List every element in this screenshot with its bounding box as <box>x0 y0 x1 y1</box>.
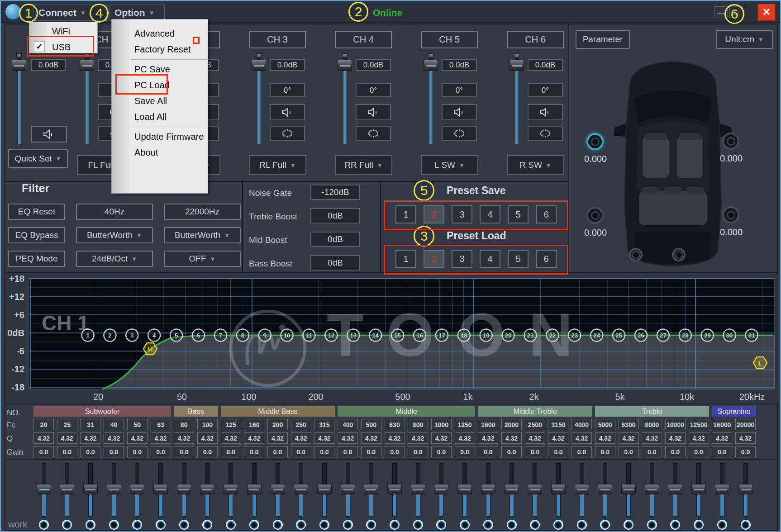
gain-cell-23[interactable]: 0.0 <box>548 446 568 457</box>
band-slider-handle-12[interactable] <box>294 484 308 494</box>
channel-fader-handle-1[interactable] <box>80 60 94 71</box>
parameter-button[interactable]: Parameter <box>576 30 630 49</box>
band-slider-handle-23[interactable] <box>551 484 566 494</box>
channel-phase-value-3[interactable]: 0° <box>270 83 305 97</box>
q-cell-14[interactable]: 4.32 <box>338 432 358 444</box>
q-cell-8[interactable]: 4.32 <box>197 432 218 444</box>
channel-link-button-6[interactable] <box>528 126 563 141</box>
proc-value-3[interactable]: 0dB <box>310 255 360 271</box>
gain-cell-10[interactable]: 0.0 <box>244 446 264 457</box>
gain-cell-12[interactable]: 0.0 <box>291 446 311 457</box>
gain-cell-6[interactable]: 0.0 <box>151 446 171 457</box>
speaker-icon-sub-right[interactable] <box>672 248 686 261</box>
hp-filter-field-1[interactable]: ButterWorth▼ <box>76 227 153 243</box>
fc-cell-1[interactable]: 20 <box>33 419 54 430</box>
channel-gain-value-4[interactable]: 0.0dB <box>356 59 391 71</box>
fc-cell-15[interactable]: 500 <box>361 419 381 430</box>
fc-cell-23[interactable]: 3150 <box>548 419 568 430</box>
channel-header-5[interactable]: CH 5 <box>421 31 478 48</box>
q-cell-9[interactable]: 4.32 <box>221 432 241 444</box>
option-menu-item-load-all[interactable]: Load All <box>112 109 208 125</box>
fc-cell-19[interactable]: 1250 <box>455 419 475 430</box>
gain-cell-31[interactable]: 0.0 <box>735 446 756 457</box>
band-slider-handle-1[interactable] <box>37 484 51 494</box>
option-menu-item-update-firmware[interactable]: Update Firmware <box>112 129 208 145</box>
channel-link-button-3[interactable] <box>270 126 305 141</box>
speaker-icon-front_right[interactable] <box>722 133 739 150</box>
band-slider-handle-20[interactable] <box>481 484 495 494</box>
channel-output-dropdown-4[interactable]: RR Full▼ <box>335 155 392 175</box>
q-cell-18[interactable]: 4.32 <box>431 432 452 444</box>
fc-cell-7[interactable]: 80 <box>174 419 194 430</box>
channel-fader-handle-4[interactable] <box>338 60 352 71</box>
gain-cell-1[interactable]: 0.0 <box>33 446 54 457</box>
fc-cell-5[interactable]: 50 <box>127 419 148 430</box>
fc-cell-22[interactable]: 2500 <box>525 419 545 430</box>
proc-value-1[interactable]: 0dB <box>310 208 360 223</box>
q-cell-26[interactable]: 4.32 <box>619 432 639 444</box>
channel-link-button-4[interactable] <box>356 126 391 141</box>
lp-filter-field-2[interactable]: OFF▼ <box>164 251 241 267</box>
filter-button-2[interactable]: PEQ Mode <box>8 251 65 267</box>
gain-cell-24[interactable]: 0.0 <box>571 446 592 457</box>
proc-value-2[interactable]: 0dB <box>310 232 360 247</box>
fc-cell-24[interactable]: 4000 <box>571 419 592 430</box>
fc-cell-26[interactable]: 6300 <box>619 419 639 430</box>
gain-cell-30[interactable]: 0.0 <box>712 446 732 457</box>
q-cell-15[interactable]: 4.32 <box>361 432 381 444</box>
band-slider-handle-6[interactable] <box>153 484 168 494</box>
gain-cell-11[interactable]: 0.0 <box>267 446 288 457</box>
band-slider-handle-27[interactable] <box>645 484 659 494</box>
q-cell-28[interactable]: 4.32 <box>665 432 686 444</box>
band-slider-handle-10[interactable] <box>247 484 262 494</box>
fc-cell-14[interactable]: 400 <box>338 419 358 430</box>
channel-link-button-5[interactable] <box>442 126 477 141</box>
master-mute-button[interactable] <box>31 126 67 142</box>
filter-button-1[interactable]: EQ Bypass <box>8 227 65 243</box>
channel-header-6[interactable]: CH 6 <box>507 31 564 48</box>
speaker-icon-front_left[interactable] <box>586 133 604 150</box>
band-slider-handle-29[interactable] <box>691 484 706 494</box>
band-slider-handle-28[interactable] <box>668 484 682 494</box>
fc-cell-28[interactable]: 10000 <box>665 419 686 430</box>
gain-cell-15[interactable]: 0.0 <box>361 446 381 457</box>
q-cell-11[interactable]: 4.32 <box>267 432 288 444</box>
q-cell-13[interactable]: 4.32 <box>314 432 334 444</box>
channel-mute-button-5[interactable] <box>442 104 477 120</box>
close-button[interactable]: ✕ <box>757 4 776 21</box>
channel-header-3[interactable]: CH 3 <box>249 31 306 48</box>
gain-cell-18[interactable]: 0.0 <box>431 446 452 457</box>
band-slider-handle-25[interactable] <box>598 484 612 494</box>
unit-dropdown[interactable]: Unit:cm ▼ <box>716 30 773 49</box>
gain-cell-5[interactable]: 0.0 <box>127 446 148 457</box>
q-cell-29[interactable]: 4.32 <box>689 432 709 444</box>
speaker-icon-rear_left[interactable] <box>586 207 604 224</box>
band-slider-handle-18[interactable] <box>434 484 448 494</box>
band-slider-handle-11[interactable] <box>271 484 285 494</box>
fc-cell-9[interactable]: 125 <box>221 419 241 430</box>
eq-graph[interactable]: CH 1TOON+18+12+60dB-6-12-182050100200500… <box>1 272 781 404</box>
option-menu-item-about[interactable]: About <box>112 145 208 161</box>
band-slider-handle-26[interactable] <box>621 484 636 494</box>
channel-mute-button-3[interactable] <box>270 104 305 120</box>
band-slider-handle-24[interactable] <box>575 484 589 494</box>
q-cell-4[interactable]: 4.32 <box>104 432 124 444</box>
channel-header-4[interactable]: CH 4 <box>335 31 392 48</box>
fc-cell-31[interactable]: 20000 <box>735 419 756 430</box>
fc-cell-6[interactable]: 63 <box>151 419 171 430</box>
fc-cell-4[interactable]: 40 <box>104 419 124 430</box>
channel-fader-handle-3[interactable] <box>252 60 266 71</box>
q-cell-2[interactable]: 4.32 <box>57 432 77 444</box>
q-cell-24[interactable]: 4.32 <box>571 432 592 444</box>
channel-gain-value-6[interactable]: 0.0dB <box>528 59 563 71</box>
band-slider-handle-30[interactable] <box>715 484 729 494</box>
gain-cell-4[interactable]: 0.0 <box>104 446 124 457</box>
q-cell-19[interactable]: 4.32 <box>455 432 475 444</box>
gain-cell-25[interactable]: 0.0 <box>595 446 615 457</box>
filter-button-0[interactable]: EQ Reset <box>8 204 65 220</box>
gain-cell-9[interactable]: 0.0 <box>221 446 241 457</box>
menu-option[interactable]: Option ▼ <box>110 5 165 21</box>
fc-cell-20[interactable]: 1600 <box>478 419 498 430</box>
quick-set-dropdown[interactable]: Quick Set ▼ <box>8 149 68 168</box>
gain-cell-14[interactable]: 0.0 <box>338 446 358 457</box>
